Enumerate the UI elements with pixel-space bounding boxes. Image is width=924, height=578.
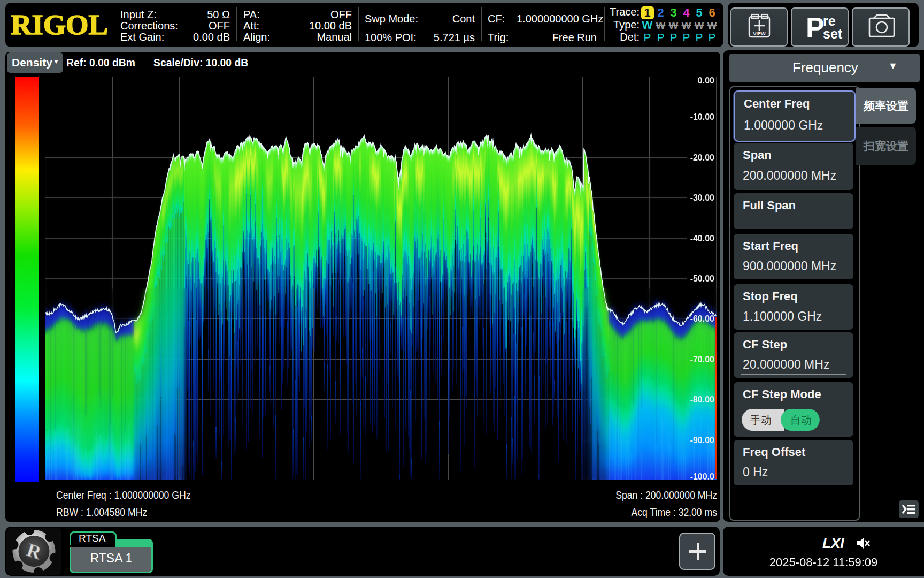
svg-text:VIEW: VIEW	[753, 31, 766, 36]
svg-text:LXI: LXI	[822, 535, 844, 551]
svg-text:set: set	[823, 26, 843, 41]
svg-text:RIGOL: RIGOL	[11, 11, 108, 39]
svg-text:P: P	[806, 12, 825, 43]
